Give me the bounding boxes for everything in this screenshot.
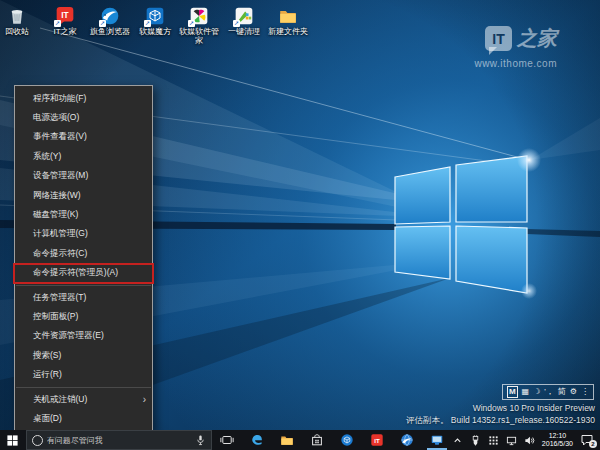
menu-item-label: 程序和功能(F) <box>33 93 86 105</box>
tray-network-icon[interactable] <box>506 435 517 446</box>
desktop-icon-ithome[interactable]: IT➚IT之家 <box>43 6 87 36</box>
desktop-icon-cleaner[interactable]: ➚一键清理 <box>222 6 266 36</box>
ime-glyph-5[interactable]: ⚙ <box>570 387 577 397</box>
recycle-bin-icon <box>7 6 27 26</box>
menu-item[interactable]: 设备管理器(M) <box>15 167 152 186</box>
ime-glyph-3[interactable]: '， <box>544 387 554 397</box>
pinwheel-icon: ➚ <box>189 6 209 26</box>
cleaner-icon: ➚ <box>234 6 254 26</box>
start-button[interactable] <box>0 430 26 450</box>
shortcut-arrow-icon: ➚ <box>99 20 106 27</box>
shortcut-arrow-icon: ➚ <box>54 20 61 27</box>
menu-item-label: 关机或注销(U) <box>33 394 87 406</box>
taskbar-app-file-explorer[interactable] <box>272 430 302 450</box>
taskbar-app-ruanmei-mofang[interactable] <box>332 430 362 450</box>
menu-item[interactable]: 搜索(S) <box>15 346 152 365</box>
windows-logo-icon <box>7 435 18 446</box>
menu-item-label: 系统(Y) <box>33 151 61 163</box>
taskbar-app-ithome-app[interactable]: IT <box>362 430 392 450</box>
ime-glyph-1[interactable]: ▦ <box>522 387 530 397</box>
microphone-icon[interactable] <box>195 434 206 446</box>
ithome-icon: IT➚ <box>55 6 75 26</box>
menu-item-label: 控制面板(P) <box>33 311 78 323</box>
pc-master-icon <box>430 433 444 447</box>
clock-date: 2016/5/30 <box>542 440 573 448</box>
menu-item[interactable]: 桌面(D) <box>15 409 152 428</box>
svg-text:IT: IT <box>61 10 68 20</box>
windows-store-icon <box>310 433 324 447</box>
tray-chevron-up-icon[interactable] <box>452 435 463 446</box>
desktop-icon-label: IT之家 <box>43 27 87 36</box>
ime-language-bar[interactable]: M▦☽'，简⚙⋮ <box>502 384 594 400</box>
taskbar-app-pc-master[interactable] <box>422 430 452 450</box>
shortcut-arrow-icon: ➚ <box>233 20 240 27</box>
task-view-button-icon <box>220 433 234 447</box>
menu-item-label: 桌面(D) <box>33 413 62 425</box>
menu-item[interactable]: 电源选项(O) <box>15 108 152 127</box>
clock-time: 12:10 <box>542 432 573 440</box>
ithome-logo-icon: IT <box>485 26 512 51</box>
menu-item[interactable]: 文件资源管理器(E) <box>15 327 152 346</box>
winx-context-menu: 程序和功能(F)电源选项(O)事件查看器(V)系统(Y)设备管理器(M)网络连接… <box>14 85 153 433</box>
menu-item-label: 命令提示符(管理员)(A) <box>33 267 118 279</box>
menu-item[interactable]: 命令提示符(C) <box>15 244 152 263</box>
submenu-arrow-icon: › <box>143 394 146 405</box>
cortana-search-box[interactable]: 有问题尽管问我 <box>26 430 212 450</box>
taskbar-app-task-view-button[interactable] <box>212 430 242 450</box>
notification-badge: 2 <box>589 440 597 448</box>
menu-item[interactable]: 磁盘管理(K) <box>15 205 152 224</box>
menu-item[interactable]: 运行(R) <box>15 365 152 384</box>
taskbar-app-edge-browser[interactable] <box>242 430 272 450</box>
menu-item[interactable]: 控制面板(P) <box>15 307 152 326</box>
build-line1: Windows 10 Pro Insider Preview <box>406 402 595 414</box>
search-placeholder: 有问题尽管问我 <box>47 435 103 446</box>
menu-separator <box>16 387 151 388</box>
taskbar-app-qiyu-browser[interactable] <box>392 430 422 450</box>
menu-item-label: 计算机管理(G) <box>33 228 88 240</box>
menu-item[interactable]: 关机或注销(U)› <box>15 390 152 409</box>
shortcut-arrow-icon: ➚ <box>144 20 151 27</box>
ithome-app-icon: IT <box>370 433 384 447</box>
taskbar: 有问题尽管问我 IT 12:10 2016/5/30 2 <box>0 430 600 450</box>
desktop-icon-folder[interactable]: 新建文件夹 <box>266 6 310 36</box>
folder-icon <box>278 6 298 26</box>
desktop-icon-label: 软媒软件管家 <box>177 27 221 45</box>
menu-item-label: 文件资源管理器(E) <box>33 330 104 342</box>
desktop-icon-recycle-bin[interactable]: 回收站 <box>0 6 39 36</box>
qiyu-browser-icon <box>400 433 414 447</box>
desktop-icon-cube[interactable]: ➚软媒魔方 <box>133 6 177 36</box>
tray-usb-icon[interactable] <box>470 435 481 446</box>
ime-glyph-6[interactable]: ⋮ <box>581 387 589 397</box>
ime-glyph-0[interactable]: M <box>507 386 518 398</box>
ime-glyph-4[interactable]: 简 <box>558 387 566 397</box>
edge-browser-icon <box>250 433 264 447</box>
desktop-icon-label: 回收站 <box>0 27 39 36</box>
menu-item[interactable]: 计算机管理(G) <box>15 225 152 244</box>
tray-grid-icon[interactable] <box>488 435 499 446</box>
desktop-icon-browser[interactable]: ➚旗鱼浏览器 <box>88 6 132 36</box>
menu-item-label: 任务管理器(T) <box>33 292 86 304</box>
menu-item[interactable]: 程序和功能(F) <box>15 89 152 108</box>
menu-item[interactable]: 系统(Y) <box>15 147 152 166</box>
menu-item-label: 电源选项(O) <box>33 112 79 124</box>
cube-icon: ➚ <box>145 6 165 26</box>
clock[interactable]: 12:10 2016/5/30 <box>542 432 573 448</box>
desktop-icon-pinwheel[interactable]: ➚软媒软件管家 <box>177 6 221 45</box>
menu-item[interactable]: 事件查看器(V) <box>15 128 152 147</box>
file-explorer-icon <box>280 433 294 447</box>
menu-item-label: 命令提示符(C) <box>33 248 87 260</box>
taskbar-app-windows-store[interactable] <box>302 430 332 450</box>
browser-icon: ➚ <box>100 6 120 26</box>
menu-item-label: 运行(R) <box>33 369 62 381</box>
menu-item[interactable]: 任务管理器(T) <box>15 288 152 307</box>
svg-text:IT: IT <box>374 437 380 444</box>
tray-volume-icon[interactable] <box>524 435 535 446</box>
ithome-watermark: IT 之家 www.ithome.com <box>474 25 557 69</box>
menu-separator <box>16 285 151 286</box>
cortana-icon <box>32 435 43 446</box>
menu-item[interactable]: 网络连接(W) <box>15 186 152 205</box>
action-center-button[interactable]: 2 <box>580 433 595 447</box>
ime-glyph-2[interactable]: ☽ <box>533 387 540 397</box>
menu-item[interactable]: 命令提示符(管理员)(A) <box>15 264 152 283</box>
menu-item-label: 磁盘管理(K) <box>33 209 78 221</box>
